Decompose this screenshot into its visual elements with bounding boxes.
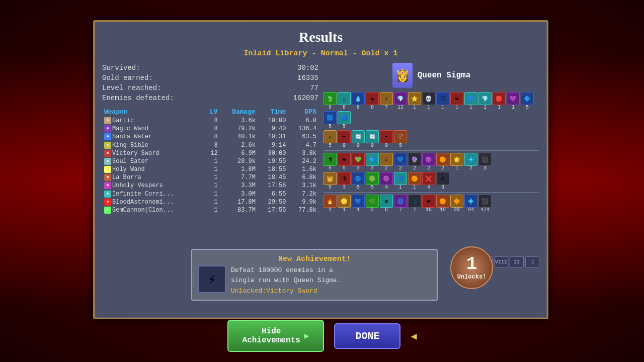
list-item: 🟣2 [422, 153, 435, 171]
list-item: 🔷5 [521, 92, 534, 110]
table-row: ●Victory Sword 12 6.9M 30:00 3.8k [102, 149, 318, 157]
table-row: ●Soul Eater 1 28.9k 19:55 24.2 [102, 157, 318, 165]
achievement-title: New Achievement! [198, 255, 431, 263]
list-item: 💙2 [394, 153, 407, 171]
character-area: 👸 Queen Sigma [392, 63, 471, 88]
weapon-icon: ● [104, 158, 111, 165]
mini-btn-sq[interactable]: □ [525, 256, 539, 267]
list-item: 🔥1 [324, 195, 337, 213]
bottom-buttons: Hide Achievements ▶ DONE ◀ [0, 320, 644, 352]
list-item: 🟦5 [324, 111, 337, 129]
mini-btn-2[interactable]: II [510, 256, 524, 267]
col-time: Time [258, 107, 288, 117]
table-row: ●Infinite Corri... 1 3.0M 6:55 7.2k [102, 190, 318, 198]
window-title: Results [95, 22, 547, 49]
list-item: 🟢5 [366, 172, 379, 190]
weapon-icon: ● [104, 166, 111, 173]
unlocks-badge: 1 Unlocks! [450, 246, 493, 289]
list-item: 🔶28 [450, 195, 463, 213]
list-item: 🌟1 [450, 153, 463, 171]
achievement-body: ⚡ Defeat 100000 enemies in asingle run w… [198, 265, 431, 295]
level-row: Level reached: 77 [102, 83, 318, 93]
list-item: 🔵5 [338, 111, 351, 129]
weapon-icon: ● [104, 150, 111, 157]
arrow-right-icon: ▶ [304, 331, 309, 341]
list-item: 🟡1 [338, 195, 351, 213]
list-item: 💜1 [507, 92, 520, 110]
enemies-value: 162097 [278, 94, 318, 102]
weapon-icon: ● [104, 199, 111, 206]
list-item: ⚡7 [380, 92, 393, 110]
unlocks-label: Unlocks! [457, 274, 487, 281]
survived-label: Survived: [102, 64, 140, 72]
list-item: 🔷3 [366, 153, 379, 171]
list-item: 🔮2 [408, 153, 421, 171]
list-item: ⚔2 [380, 153, 393, 171]
list-item: 🍃8 [324, 92, 337, 110]
weapon-icon: ● [104, 207, 111, 214]
list-item: 💎1 [478, 92, 492, 110]
list-item: 🟠1 [408, 172, 421, 190]
list-item: 👑5 [324, 172, 337, 190]
character-sprite: 👸 [392, 63, 413, 88]
table-row: ●Santa Water 8 40.1k 10:31 63.5 [102, 133, 318, 141]
col-lv: LV [203, 107, 219, 117]
list-item: 🟣4 [380, 172, 393, 190]
list-item: ❌4 [422, 172, 435, 190]
list-item: 🌀1 [464, 92, 477, 110]
right-panel: 👸 Queen Sigma 🍃8⚔8💧8✚8⚡7💎12⭐1💀1🛡1❤1🌀1💎1🔴… [324, 63, 539, 214]
enemies-row: Enemies defeated: 162097 [102, 93, 318, 103]
equipment-row-2: ⚔5 ➡9 🔄9 🔄9 ➡9 🏹5 [324, 130, 539, 148]
list-item: 💧8 [352, 92, 365, 110]
equipment-section: 🍃8⚔8💧8✚8⚡7💎12⭐1💀1🛡1❤1🌀1💎1🔴1💜1🔷5🟦5🔵5 ⚔5 ➡… [324, 92, 539, 214]
achievement-icon: ⚡ [198, 265, 226, 293]
weapons-table: Weapon LV Damage Time DPS ●Garlic 8 3.6k… [102, 107, 318, 214]
list-item: 🌿2 [366, 195, 379, 213]
arrow-decoration-icon: ◀ [411, 330, 417, 342]
passive-row-2: 👑5🗡3🔵5🟢5🟣4💙1🟠1❌4⚙3 [324, 172, 539, 190]
list-item: 🔵5 [352, 172, 365, 190]
table-row: ●Unholy Vespers 1 3.3M 17:56 3.1k [102, 182, 318, 190]
subtitle: Inlaid Library - Normal - Gold x 1 [95, 49, 547, 58]
table-row: ●King Bible 8 2.6k 9:14 4.7 [102, 141, 318, 149]
table-row: ●La Borra 1 7.7M 18:45 6.8k [102, 173, 318, 182]
col-weapon: Weapon [102, 107, 203, 117]
table-row: ●BloodAstronomi... 1 17.8M 29:59 9.9k [102, 198, 318, 206]
list-item: 💠94 [464, 195, 477, 213]
achievement-unlock: Unlocked:Victory Sword [231, 287, 341, 295]
list-item: 💀1 [422, 92, 435, 110]
weapon-icon: ● [104, 174, 111, 181]
stats-section: Survived: 30:02 Gold earned: 16335 Level… [102, 63, 318, 103]
character-name: Queen Sigma [418, 71, 471, 80]
list-item: ⬛474 [478, 195, 492, 213]
table-row: ●Garlic 8 3.6k 10:00 6.0 [102, 117, 318, 125]
gold-value: 16335 [278, 74, 318, 82]
list-item: 💙1 [394, 172, 407, 190]
list-item: 🔴1 [493, 92, 506, 110]
list-item: ❤16 [422, 195, 435, 213]
done-button[interactable]: DONE [334, 323, 400, 349]
list-item: 💎12 [394, 92, 407, 110]
weapon-icon: ● [104, 142, 111, 149]
col-dps: DPS [288, 107, 318, 117]
mini-btn-8[interactable]: VIII [494, 256, 508, 267]
left-panel: Survived: 30:02 Gold earned: 16335 Level… [102, 63, 318, 214]
table-row: ●GemCannon(Clon... 1 83.7M 17:55 77.8k [102, 206, 318, 214]
weapon-icon: ● [104, 191, 111, 198]
weapon-icon: ● [104, 117, 111, 124]
consumable-row: 🔥1🟡1💙1🌿2⚙6🌀7🌑7❤16🟠19🔶28💠94⬛474 [324, 195, 539, 213]
list-item: 🟠2 [436, 153, 449, 171]
weapon-icon: ● [104, 182, 111, 189]
enemies-label: Enemies defeated: [102, 94, 174, 102]
list-item: ⚙3 [436, 172, 449, 190]
hide-achievements-button[interactable]: Hide Achievements ▶ [227, 320, 325, 352]
weapon-icon: ● [104, 125, 111, 132]
weapon-icon: ● [104, 133, 111, 140]
list-item: ⬛3 [478, 153, 492, 171]
achievement-popup: New Achievement! ⚡ Defeat 100000 enemies… [191, 249, 438, 301]
equipment-row-1: 🍃8⚔8💧8✚8⚡7💎12⭐1💀1🛡1❤1🌀1💎1🔴1💜1🔷5🟦5🔵5 [324, 92, 539, 129]
list-item: ❤5 [338, 153, 351, 171]
level-value: 77 [278, 84, 318, 92]
list-item: ✚8 [366, 92, 379, 110]
list-item: ⚔8 [338, 92, 351, 110]
